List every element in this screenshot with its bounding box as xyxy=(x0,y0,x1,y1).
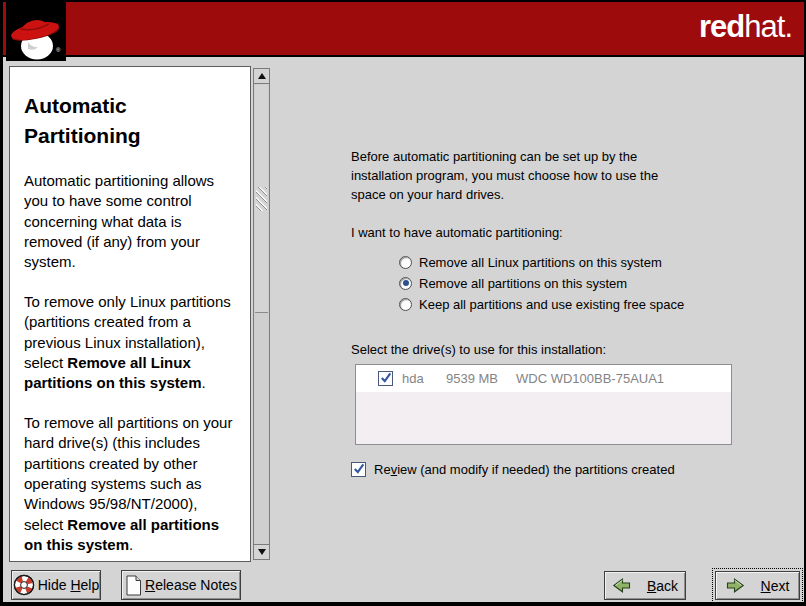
partitioning-radio-group: Remove all Linux partitions on this syst… xyxy=(399,252,743,315)
back-button[interactable]: Back xyxy=(604,571,686,600)
redhat-banner: redhat. xyxy=(3,2,804,57)
drive-listbox[interactable]: hda 9539 MB WDC WD100BB-75AUA1 xyxy=(355,364,732,445)
life-preserver-icon xyxy=(13,574,35,596)
hide-help-button[interactable]: Hide Help xyxy=(11,570,101,600)
drives-label: Select the drive(s) to use for this inst… xyxy=(351,342,743,357)
triangle-up-icon xyxy=(258,73,266,79)
radio-remove-linux-partitions[interactable]: Remove all Linux partitions on this syst… xyxy=(399,252,743,273)
help-paragraph-3: To remove all partitions on your hard dr… xyxy=(24,413,240,556)
shadowman-logo-icon: ® xyxy=(6,2,66,61)
scroll-up-button[interactable] xyxy=(254,69,269,84)
scrollbar-grip-icon xyxy=(256,187,267,211)
arrow-left-icon xyxy=(612,577,631,594)
help-panel: Automatic Partitioning Automatic partiti… xyxy=(9,66,251,562)
review-checkbox[interactable] xyxy=(351,462,366,477)
arrow-right-icon xyxy=(726,577,745,594)
radio-button-icon[interactable] xyxy=(399,298,412,311)
installer-window: redhat. ® Automatic Partitioning Automat… xyxy=(0,0,806,606)
review-label: Review (and modify if needed) the partit… xyxy=(374,462,675,477)
wordmark-red: red xyxy=(699,9,744,44)
intro-text: Before automatic partitioning can be set… xyxy=(351,148,681,205)
radio-button-icon[interactable] xyxy=(399,256,412,269)
next-button[interactable]: Next xyxy=(715,571,800,600)
drive-checkbox[interactable] xyxy=(378,371,393,386)
partitioning-prompt: I want to have automatic partitioning: xyxy=(351,225,743,240)
radio-remove-all-partitions[interactable]: Remove all partitions on this system xyxy=(399,273,743,294)
document-icon xyxy=(125,575,142,596)
help-paragraph-1: Automatic partitioning allows you to hav… xyxy=(24,171,240,273)
main-content: Before automatic partitioning can be set… xyxy=(351,148,743,477)
redhat-wordmark: redhat. xyxy=(699,11,792,42)
drive-model: WDC WD100BB-75AUA1 xyxy=(516,371,664,386)
hide-help-label: Hide Help xyxy=(38,577,100,593)
drive-size: 9539 MB xyxy=(446,371,514,386)
next-label: Next xyxy=(761,578,790,594)
release-notes-button[interactable]: Release Notes xyxy=(121,570,241,600)
scrollbar-thumb[interactable] xyxy=(255,85,268,313)
radio-keep-all-partitions[interactable]: Keep all partitions and use existing fre… xyxy=(399,294,743,315)
wordmark-hat: hat xyxy=(744,9,784,44)
help-title: Automatic Partitioning xyxy=(24,91,214,152)
review-checkbox-row[interactable]: Review (and modify if needed) the partit… xyxy=(351,462,743,477)
release-notes-label: Release Notes xyxy=(145,577,237,593)
help-paragraph-2: To remove only Linux partitions (partiti… xyxy=(24,292,240,394)
radio-button-icon[interactable] xyxy=(399,277,412,290)
svg-text:®: ® xyxy=(56,47,61,53)
scroll-down-button[interactable] xyxy=(254,544,269,559)
drive-row-hda[interactable]: hda 9539 MB WDC WD100BB-75AUA1 xyxy=(356,365,731,392)
triangle-down-icon xyxy=(258,549,266,555)
back-label: Back xyxy=(647,578,678,594)
drive-device: hda xyxy=(402,371,446,386)
help-scrollbar[interactable] xyxy=(253,68,270,560)
